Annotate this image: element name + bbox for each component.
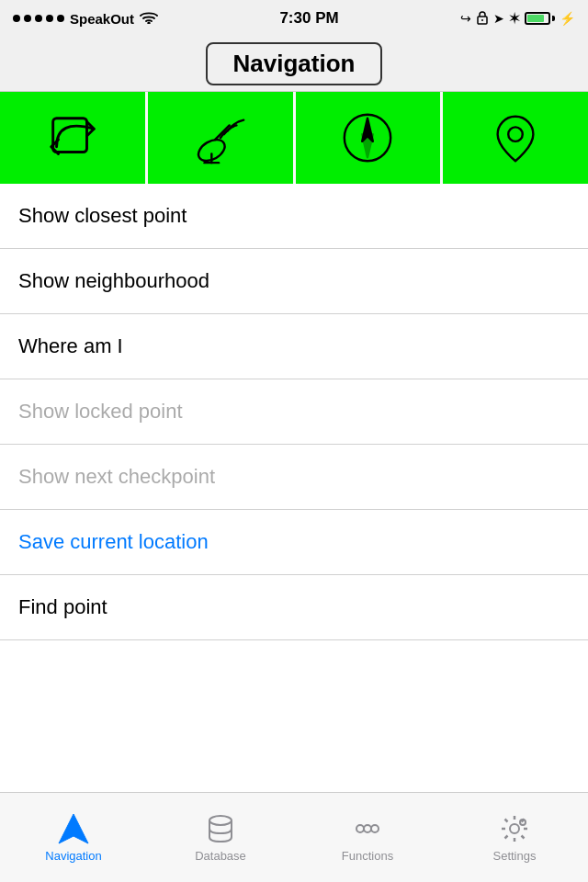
wifi-icon <box>140 11 158 27</box>
menu-item-show-closest-point[interactable]: Show closest point <box>0 184 588 249</box>
status-bar: SpeakOut 7:30 PM ↪ ➤ ✶ <box>0 0 588 37</box>
tab-navigation[interactable]: Navigation <box>0 793 147 882</box>
svg-point-13 <box>209 816 232 825</box>
status-left: SpeakOut <box>13 11 158 27</box>
menu-list: Show closest point Show neighbourhood Wh… <box>0 184 588 640</box>
content-area: Show closest point Show neighbourhood Wh… <box>0 184 588 792</box>
svg-point-14 <box>356 825 364 832</box>
tab-functions[interactable]: Functions <box>294 793 441 882</box>
satellite-icon-cell[interactable] <box>148 92 296 184</box>
status-time: 7:30 PM <box>279 9 338 28</box>
nav-title-bar: Navigation <box>0 37 588 92</box>
svg-point-0 <box>148 22 150 24</box>
status-right: ↪ ➤ ✶ ⚡ <box>460 10 575 28</box>
rotate-icon <box>44 109 101 166</box>
tab-database[interactable]: Database <box>147 793 294 882</box>
bluetooth-icon: ✶ <box>509 11 520 26</box>
menu-item-find-point[interactable]: Find point <box>0 575 588 640</box>
page-title: Navigation <box>206 42 383 85</box>
functions-tab-icon <box>351 812 384 845</box>
tab-navigation-label: Navigation <box>45 849 101 863</box>
svg-marker-12 <box>59 814 88 843</box>
pin-icon <box>487 109 544 166</box>
svg-point-2 <box>481 19 483 21</box>
tab-functions-label: Functions <box>342 849 393 863</box>
call-forward-icon: ↪ <box>460 11 471 26</box>
compass-icon-cell[interactable] <box>296 92 444 184</box>
signal-dots <box>13 15 64 22</box>
menu-item-save-current-location[interactable]: Save current location <box>0 510 588 575</box>
compass-icon <box>339 109 396 166</box>
satellite-icon <box>192 109 249 166</box>
svg-point-16 <box>364 825 371 832</box>
tab-settings[interactable]: Settings <box>441 793 588 882</box>
tab-settings-label: Settings <box>493 849 537 863</box>
svg-point-11 <box>508 127 523 141</box>
tab-bar: Navigation Database Functions <box>0 792 588 882</box>
menu-item-show-neighbourhood[interactable]: Show neighbourhood <box>0 249 588 314</box>
battery-icon <box>525 12 555 25</box>
svg-marker-10 <box>363 134 374 157</box>
settings-tab-icon <box>498 812 531 845</box>
menu-item-show-locked-point: Show locked point <box>0 379 588 445</box>
orientation-lock-icon <box>476 10 489 28</box>
svg-point-17 <box>510 824 519 833</box>
menu-item-show-next-checkpoint: Show next checkpoint <box>0 445 588 510</box>
svg-point-15 <box>371 825 379 832</box>
rotate-icon-cell[interactable] <box>0 92 148 184</box>
charging-icon: ⚡ <box>560 11 575 26</box>
svg-line-7 <box>215 125 230 140</box>
carrier-label: SpeakOut <box>70 11 134 27</box>
location-icon: ➤ <box>493 11 504 26</box>
menu-item-where-am-i[interactable]: Where am I <box>0 314 588 379</box>
icon-row <box>0 92 588 184</box>
svg-point-18 <box>520 820 526 825</box>
pin-icon-cell[interactable] <box>443 92 588 184</box>
database-tab-icon <box>204 812 237 845</box>
navigation-tab-icon <box>57 812 90 845</box>
tab-database-label: Database <box>195 849 246 863</box>
